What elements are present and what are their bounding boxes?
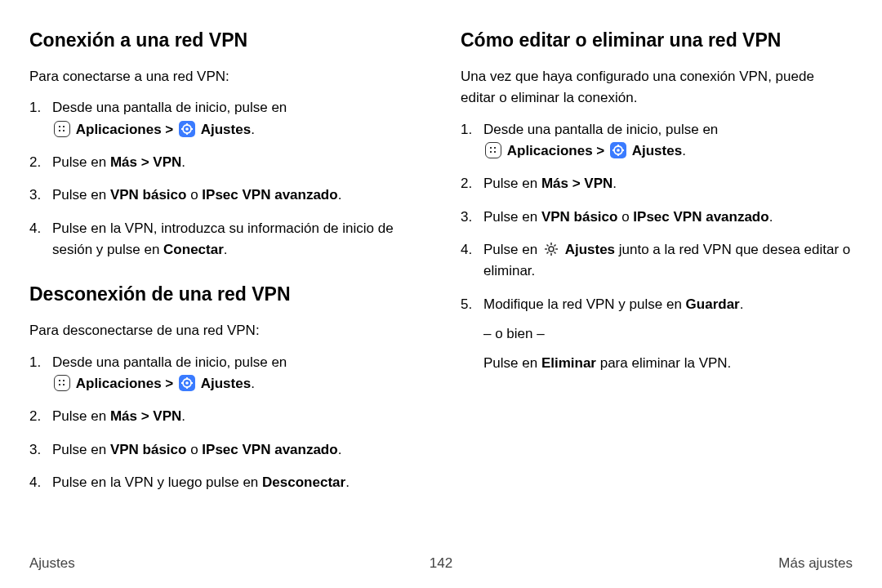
or-divider: – o bien – — [483, 323, 853, 345]
step-text: Pulse en la VPN y luego pulse en — [52, 474, 262, 490]
apps-icon — [54, 121, 70, 137]
step-text: para eliminar la VPN. — [596, 355, 731, 371]
bold-text: VPN básico — [541, 209, 618, 225]
period: . — [740, 296, 744, 312]
separator: > — [162, 122, 177, 137]
bold-text: Más > VPN — [110, 408, 181, 424]
bold-text: Eliminar — [541, 355, 596, 371]
bold-text: Conectar — [163, 242, 224, 257]
apps-icon — [54, 375, 70, 391]
bold-text: Ajustes — [565, 242, 615, 257]
settings-label: Ajustes — [201, 376, 251, 391]
step-3: Pulse en VPN básico o IPsec VPN avanzado… — [29, 439, 421, 461]
steps-connect-vpn: Desde una pantalla de inicio, pulse en A… — [29, 97, 421, 261]
svg-point-7 — [185, 381, 189, 385]
bold-text: VPN básico — [110, 187, 187, 203]
step-1: Desde una pantalla de inicio, pulse en A… — [29, 97, 421, 140]
step-text: Pulse en — [52, 408, 110, 424]
period: . — [251, 122, 255, 137]
step-text: Desde una pantalla de inicio, pulse en — [483, 122, 718, 137]
period: . — [224, 242, 228, 257]
bold-text: Más > VPN — [541, 176, 612, 191]
apps-label: Aplicaciones — [76, 122, 162, 137]
intro-edit-delete-vpn: Una vez que haya configurado una conexió… — [461, 66, 853, 109]
step-3: Pulse en VPN básico o IPsec VPN avanzado… — [29, 185, 421, 206]
separator: > — [162, 376, 177, 391]
period: . — [345, 474, 350, 490]
left-column: Conexión a una red VPN Para conectarse a… — [29, 29, 421, 505]
heading-edit-delete-vpn: Cómo editar o eliminar una red VPN — [461, 29, 853, 51]
steps-disconnect-vpn: Desde una pantalla de inicio, pulse en A… — [29, 352, 421, 494]
step-5: Modifique la red VPN y pulse en Guardar.… — [461, 294, 853, 375]
step-3: Pulse en VPN básico o IPsec VPN avanzado… — [461, 207, 853, 228]
step-4: Pulse en la VPN y luego pulse en Descone… — [29, 472, 421, 493]
step-1: Desde una pantalla de inicio, pulse en A… — [461, 119, 853, 163]
bold-text: Desconectar — [262, 474, 345, 490]
separator: > — [593, 143, 608, 158]
settings-icon — [179, 121, 195, 137]
step-text: Desde una pantalla de inicio, pulse en — [52, 100, 287, 115]
period: . — [181, 154, 185, 170]
period: . — [769, 209, 773, 225]
step-text: Pulse en — [483, 176, 541, 191]
step-text: o — [186, 187, 202, 203]
bold-text: IPsec VPN avanzado — [202, 442, 337, 457]
period: . — [338, 442, 342, 457]
alt-instruction: Pulse en Eliminar para eliminar la VPN. — [483, 353, 853, 374]
step-2: Pulse en Más > VPN. — [29, 406, 421, 427]
step-2: Pulse en Más > VPN. — [461, 173, 853, 194]
bold-text: IPsec VPN avanzado — [633, 209, 768, 225]
heading-connect-vpn: Conexión a una red VPN — [29, 29, 421, 51]
period: . — [251, 376, 255, 391]
step-text: Modifique la red VPN y pulse en — [483, 296, 686, 312]
step-text: Pulse en — [483, 242, 541, 257]
period: . — [612, 176, 617, 191]
svg-point-1 — [185, 127, 189, 131]
bold-text: Más > VPN — [110, 154, 181, 170]
intro-connect-vpn: Para conectarse a una red VPN: — [29, 66, 421, 87]
gear-icon — [543, 241, 559, 257]
heading-disconnect-vpn: Desconexión de una red VPN — [29, 283, 421, 305]
right-column: Cómo editar o eliminar una red VPN Una v… — [461, 29, 853, 505]
step-text: Pulse en — [483, 209, 541, 225]
step-1: Desde una pantalla de inicio, pulse en A… — [29, 352, 421, 395]
page-number: 142 — [29, 555, 853, 572]
step-2: Pulse en Más > VPN. — [29, 152, 421, 173]
steps-edit-delete-vpn: Desde una pantalla de inicio, pulse en A… — [461, 119, 853, 375]
step-text: Pulse en — [52, 154, 110, 170]
bold-text: Guardar — [686, 296, 740, 312]
apps-label: Aplicaciones — [76, 376, 162, 391]
settings-label: Ajustes — [201, 122, 251, 137]
step-4: Pulse en la VPN, introduzca su informaci… — [29, 218, 421, 261]
step-text: Pulse en — [52, 187, 110, 203]
step-text: Pulse en — [52, 442, 110, 457]
intro-disconnect-vpn: Para desconectarse de una red VPN: — [29, 320, 421, 341]
apps-label: Aplicaciones — [507, 143, 593, 158]
period: . — [682, 143, 686, 158]
period: . — [181, 408, 185, 424]
apps-icon — [485, 142, 501, 158]
bold-text: VPN básico — [110, 442, 187, 457]
settings-icon — [179, 375, 195, 391]
step-text: o — [617, 209, 633, 225]
step-4: Pulse en Ajustes junto a la red VPN que … — [461, 239, 853, 283]
page-footer: Ajustes 142 Más ajustes — [29, 555, 853, 572]
two-column-layout: Conexión a una red VPN Para conectarse a… — [29, 29, 853, 505]
step-text: Desde una pantalla de inicio, pulse en — [52, 354, 287, 370]
step-text: o — [186, 442, 202, 457]
manual-page: Conexión a una red VPN Para conectarse a… — [0, 0, 882, 588]
settings-icon — [610, 142, 626, 158]
step-text: Pulse en — [483, 355, 541, 371]
svg-point-18 — [549, 247, 554, 252]
settings-label: Ajustes — [632, 143, 682, 158]
bold-text: IPsec VPN avanzado — [202, 187, 337, 203]
svg-point-13 — [617, 149, 620, 152]
period: . — [338, 187, 342, 203]
